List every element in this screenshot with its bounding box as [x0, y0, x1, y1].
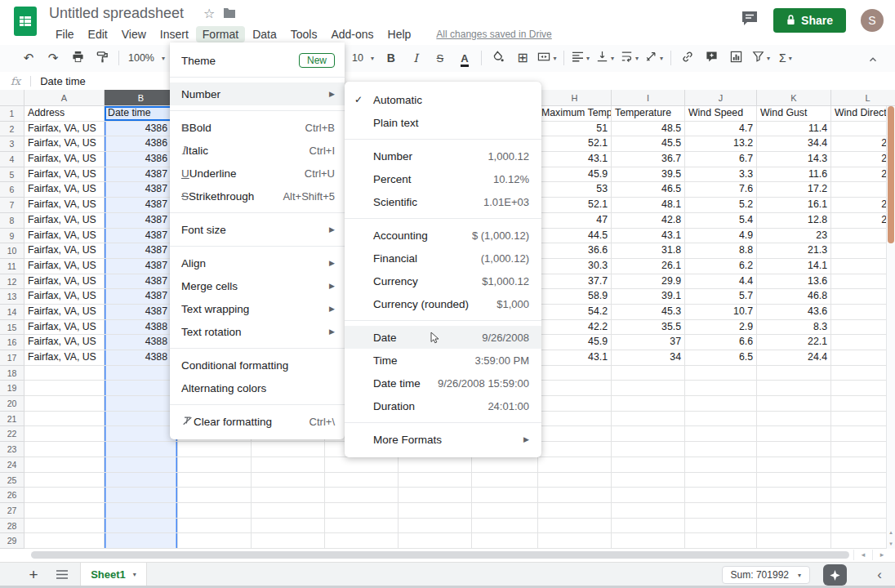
cell-K6[interactable]: 17.2 — [757, 182, 831, 198]
cell-J24[interactable] — [685, 457, 757, 473]
cell-E24[interactable] — [325, 457, 399, 473]
cell-G26[interactable] — [472, 488, 538, 503]
cell-I8[interactable]: 42.8 — [612, 213, 685, 229]
row-header-27[interactable]: 27 — [0, 503, 24, 519]
row-header-28[interactable]: 28 — [0, 519, 24, 534]
format-menu-item-text-wrapping[interactable]: Text wrapping▶ — [170, 297, 345, 320]
text-rotation-button[interactable]: ▾ — [643, 48, 665, 68]
cell-J9[interactable]: 4.9 — [685, 229, 757, 244]
cell-J13[interactable]: 5.7 — [685, 289, 757, 305]
cell-F25[interactable] — [399, 473, 472, 488]
borders-button[interactable]: ⊞ — [512, 48, 533, 68]
cell-H16[interactable]: 45.9 — [538, 335, 612, 350]
number-menu-item-currency[interactable]: Currency$1,000.12 — [345, 270, 541, 292]
number-menu-item-number[interactable]: Number1,000.12 — [345, 145, 541, 167]
cell-B28[interactable] — [105, 519, 178, 534]
cell-E26[interactable] — [325, 488, 399, 503]
cell-J23[interactable] — [685, 442, 757, 457]
cell-I18[interactable] — [612, 366, 685, 381]
format-menu-item-text-rotation[interactable]: Text rotation▶ — [170, 320, 345, 343]
row-header-25[interactable]: 25 — [0, 473, 24, 488]
cell-K22[interactable] — [757, 426, 831, 442]
cell-D29[interactable] — [252, 533, 325, 549]
cell-B23[interactable] — [105, 442, 178, 457]
cell-B14[interactable]: 4387 — [105, 305, 178, 320]
cell-I16[interactable]: 37 — [612, 335, 685, 350]
cell-A15[interactable]: Fairfax, VA, US — [24, 320, 105, 336]
cell-K17[interactable]: 24.4 — [757, 350, 831, 366]
cell-I2[interactable]: 48.5 — [612, 122, 685, 137]
cell-J14[interactable]: 10.7 — [685, 305, 757, 320]
cell-A6[interactable]: Fairfax, VA, US — [24, 182, 105, 198]
cell-K8[interactable]: 12.8 — [757, 213, 831, 229]
cell-J8[interactable]: 5.4 — [685, 213, 757, 229]
number-menu-item-scientific[interactable]: Scientific1.01E+03 — [345, 190, 541, 213]
cell-K16[interactable]: 22.1 — [757, 335, 831, 350]
cell-A21[interactable] — [24, 412, 105, 427]
cell-B1[interactable]: Date time — [105, 106, 178, 122]
cell-C27[interactable] — [178, 503, 252, 519]
cell-H26[interactable] — [538, 488, 612, 503]
cell-A20[interactable] — [24, 396, 105, 412]
row-header-23[interactable]: 23 — [0, 442, 24, 457]
fill-color-button[interactable] — [488, 48, 509, 68]
row-header-24[interactable]: 24 — [0, 457, 24, 473]
sum-indicator[interactable]: Sum: 701992 ▾ — [722, 566, 810, 584]
cell-B26[interactable] — [105, 488, 178, 503]
cell-H10[interactable]: 36.6 — [538, 243, 612, 259]
horizontal-scrollbar-thumb[interactable] — [31, 551, 849, 559]
cell-C26[interactable] — [178, 488, 252, 503]
scroll-left-icon[interactable]: ◂ — [853, 550, 872, 560]
cell-G28[interactable] — [472, 519, 538, 534]
number-menu-item-more-formats[interactable]: More Formats▶ — [345, 428, 541, 451]
format-menu-item-number[interactable]: Number▶ — [170, 82, 345, 105]
cell-A18[interactable] — [24, 366, 105, 381]
merge-cells-button[interactable]: ▾ — [537, 48, 558, 68]
cell-I26[interactable] — [612, 488, 685, 503]
row-header-15[interactable]: 15 — [0, 320, 24, 336]
cell-I5[interactable]: 39.5 — [612, 167, 685, 183]
document-title[interactable]: Untitled spreadsheet — [49, 3, 184, 23]
cell-I22[interactable] — [612, 426, 685, 442]
cell-H3[interactable]: 52.1 — [538, 136, 612, 152]
cell-I1[interactable]: Temperature — [612, 106, 685, 122]
cell-K11[interactable]: 14.1 — [757, 259, 831, 274]
cell-D28[interactable] — [252, 519, 325, 534]
cell-K21[interactable] — [757, 412, 831, 427]
column-header-K[interactable]: K — [757, 90, 831, 106]
cell-E28[interactable] — [325, 519, 399, 534]
row-header-7[interactable]: 7 — [0, 198, 24, 213]
cell-H8[interactable]: 47 — [538, 213, 612, 229]
cell-B11[interactable]: 4387 — [105, 259, 178, 274]
cell-J26[interactable] — [685, 488, 757, 503]
cell-A13[interactable]: Fairfax, VA, US — [24, 289, 105, 305]
column-header-A[interactable]: A — [24, 90, 105, 106]
row-header-22[interactable]: 22 — [0, 426, 24, 442]
cell-J18[interactable] — [685, 366, 757, 381]
cell-G27[interactable] — [472, 503, 538, 519]
cell-I21[interactable] — [612, 412, 685, 427]
cell-C25[interactable] — [178, 473, 252, 488]
cell-H21[interactable] — [538, 412, 612, 427]
cell-H4[interactable]: 43.1 — [538, 152, 612, 167]
cell-A26[interactable] — [24, 488, 105, 503]
menubar-item-tools[interactable]: Tools — [284, 26, 324, 42]
row-header-18[interactable]: 18 — [0, 366, 24, 381]
paint-format-button[interactable] — [91, 48, 113, 68]
column-header-L[interactable]: L — [831, 90, 895, 106]
share-button[interactable]: Share — [773, 8, 846, 33]
text-color-button[interactable]: A — [454, 48, 475, 68]
row-header-3[interactable]: 3 — [0, 136, 24, 152]
cell-H9[interactable]: 44.5 — [538, 229, 612, 244]
cell-H25[interactable] — [538, 473, 612, 488]
horizontal-scrollbar[interactable]: ◂ ▸ — [0, 549, 895, 562]
number-menu-item-accounting[interactable]: Accounting$ (1,000.12) — [345, 224, 541, 247]
cell-A24[interactable] — [24, 457, 105, 473]
number-menu-item-duration[interactable]: Duration24:01:00 — [345, 394, 541, 417]
row-header-1[interactable]: 1 — [0, 106, 24, 122]
cell-B18[interactable] — [105, 366, 178, 381]
cell-K18[interactable] — [757, 366, 831, 381]
menubar-item-add-ons[interactable]: Add-ons — [324, 26, 380, 42]
cell-I17[interactable]: 34 — [612, 350, 685, 366]
menubar-item-view[interactable]: View — [115, 26, 153, 42]
